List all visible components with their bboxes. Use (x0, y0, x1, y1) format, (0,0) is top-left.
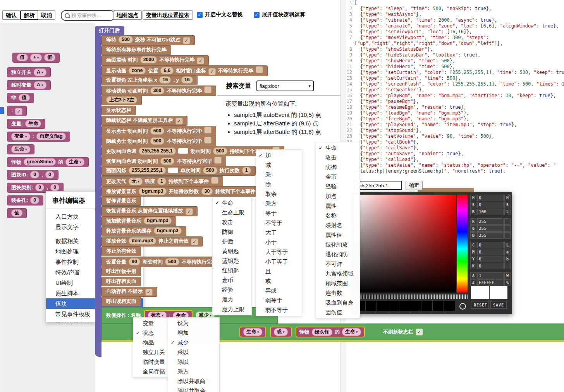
menu-item[interactable]: 除以并取商 (168, 377, 219, 386)
black-swatch[interactable] (444, 301, 455, 311)
save-button[interactable]: SAVE (490, 301, 507, 309)
search-input[interactable]: 搜索事件块... (61, 10, 115, 21)
block-color-field[interactable] (168, 168, 178, 173)
statement-block[interactable]: 更改天气无▾强度1持续到下个本事件 (101, 176, 223, 187)
reset-button[interactable]: RESET (471, 301, 489, 309)
statement-block[interactable]: 隐藏状态栏 不隐藏竖屏工具栏✓ (101, 116, 187, 126)
statement-block[interactable]: 移动视角 动画时间300不等待执行完毕 (101, 86, 216, 96)
cancel-button[interactable]: 取消 (38, 10, 55, 20)
picker-value-input[interactable] (477, 249, 504, 255)
block-field[interactable]: 绿头怪 (312, 329, 333, 336)
picker-value-input[interactable] (477, 202, 504, 208)
menu-item[interactable]: 除以并取余 (168, 386, 219, 392)
block-dropdown[interactable]: 生命▾ (65, 158, 84, 166)
statement-block[interactable]: 等待所有异步事件执行完毕 (101, 45, 171, 55)
block-field[interactable]: 0 (35, 184, 44, 191)
swatch-row[interactable] (354, 301, 455, 311)
menu-item[interactable]: 防御 (213, 227, 251, 237)
menu-item[interactable]: 红钥匙 (213, 266, 251, 276)
block-checkbox[interactable] (211, 177, 218, 184)
chinese-name-checkbox[interactable]: ✓ (197, 12, 203, 18)
eyedropper-circle-button[interactable] (459, 303, 466, 310)
block-dropdown[interactable]: 或▾ (274, 328, 288, 336)
picker-value-input[interactable] (477, 209, 504, 215)
block-field[interactable]: 0 (50, 184, 59, 191)
menu-item[interactable]: 退化扣防 (316, 250, 359, 259)
block-field[interactable]: 值 (17, 54, 28, 61)
picker-value-input[interactable] (477, 218, 504, 225)
menu-item[interactable]: 固伤值 (316, 308, 359, 317)
menu-item[interactable]: 弱不等于 (256, 305, 302, 315)
color-confirm-button[interactable]: 确定 (406, 181, 423, 190)
menu-item[interactable]: 退化扣攻 (316, 240, 359, 250)
picker-value-input[interactable] (477, 279, 504, 286)
block-field[interactable]: 16 (181, 76, 193, 84)
statement-block[interactable]: 设置音量90渐变时间500不等待执行完毕 (101, 257, 231, 267)
flyout-block[interactable]: 变量:生命 (7, 119, 45, 129)
menu-item[interactable]: 乘方 (168, 367, 219, 377)
confirm-button[interactable]: 确认 (2, 10, 20, 20)
menu-item[interactable]: 属性 (316, 201, 359, 211)
statement-block[interactable]: 显示勇士 动画时间500不等待执行完毕 (101, 126, 216, 136)
flyout-block[interactable]: 装备孔:0 (7, 195, 43, 205)
block-field[interactable]: 1 (242, 167, 251, 174)
menu-item[interactable]: 金币 (213, 276, 251, 285)
menu-item[interactable]: 名称 (316, 211, 359, 221)
block-field[interactable]: 2000 (140, 56, 157, 63)
menu-item[interactable]: 属性值 (316, 230, 359, 240)
block-dropdown[interactable]: 变量▾ (11, 133, 30, 140)
picker-value-input[interactable] (477, 232, 504, 239)
flyout-block[interactable]: 独立开关A▾ (7, 67, 51, 77)
block-field[interactable]: greenSlime (24, 158, 56, 166)
block-field[interactable]: 90 (129, 258, 140, 265)
block-field[interactable]: 500 (160, 157, 175, 165)
block-color-field[interactable] (178, 148, 188, 154)
menu-item[interactable]: 黄钥匙 (213, 246, 251, 256)
menu-item[interactable]: 不等于 (256, 218, 302, 228)
menu-item[interactable]: 金币 (316, 172, 359, 182)
block-checkbox[interactable] (256, 66, 263, 73)
block-field[interactable]: bgm.mp3 (144, 217, 172, 224)
black-swatch[interactable] (410, 301, 421, 311)
flyout-block[interactable]: 怪物greenSlime的生命▾ (7, 157, 89, 167)
menu-item[interactable]: 且 (256, 267, 302, 276)
statement-block[interactable]: 等待500毫秒 不可被Ctrl跳过✓ (101, 35, 195, 45)
block-field[interactable]: 500 (213, 147, 227, 155)
menu-item[interactable]: 除 (256, 180, 302, 189)
block-field[interactable]: 0 (30, 171, 39, 178)
flyout-block[interactable]: 值 (7, 208, 27, 218)
statement-block[interactable]: 恢复画面色调 动画时间500不等待执行完毕 (101, 156, 226, 166)
statement-block[interactable]: 呼出读档页面 (101, 297, 141, 306)
black-swatch[interactable] (366, 301, 377, 311)
block-checkbox[interactable]: ✓ (191, 238, 198, 245)
block-dropdown[interactable]: +▾ (30, 54, 42, 62)
block-field[interactable]: 500 (203, 167, 217, 174)
menu-item[interactable]: ✓生命 (213, 198, 251, 208)
menu-item[interactable]: 不可炸 (316, 259, 359, 269)
event-container-spine[interactable] (95, 35, 101, 357)
block-dropdown[interactable]: 生命▾ (11, 146, 30, 153)
saturation-value-area[interactable] (354, 195, 456, 293)
flyout-block[interactable]: 临时变量A▾ (7, 80, 51, 90)
statement-block[interactable]: 上右3下2左 (101, 96, 142, 105)
flyout-block[interactable]: :✓ (7, 106, 27, 116)
statement-block[interactable]: 画面闪烁255,255,255,1单次时间500执行次数1 (101, 166, 256, 176)
menu-item[interactable]: 防御 (316, 163, 359, 172)
nested-value-block[interactable]: 或▾ (270, 327, 292, 337)
menu-item[interactable]: 经验 (213, 285, 251, 295)
block-field[interactable]: 0 (45, 171, 54, 178)
menu-item[interactable]: 大于等于 (256, 247, 302, 257)
menu-item[interactable]: 增加 (168, 328, 219, 338)
statement-block[interactable]: 画面震动 时间2000不等待执行完毕✓ (101, 55, 209, 65)
block-field[interactable]: 255,255,255,1 (139, 147, 176, 155)
block-field[interactable]: 300 (150, 87, 165, 94)
statement-block[interactable]: 预加载背景音乐bgm.mp3 (101, 216, 176, 226)
statement-block[interactable]: 显示动画zone位置6,6相对窗口坐标✓不等待执行完毕 (101, 65, 268, 76)
menu-item[interactable]: 攻击 (213, 217, 251, 227)
block-field[interactable]: 30 (201, 188, 213, 195)
statement-block[interactable]: 播放背景音乐bgm.mp3开始播放秒数30持续到下个本事件 (101, 186, 270, 197)
menu-item[interactable]: 映射名 (316, 221, 359, 230)
menu-item[interactable]: 小于等于 (256, 257, 302, 267)
statement-block[interactable]: 呼出存档页面 (101, 277, 141, 286)
statement-block[interactable]: 呼出怪物手册 (101, 267, 141, 276)
